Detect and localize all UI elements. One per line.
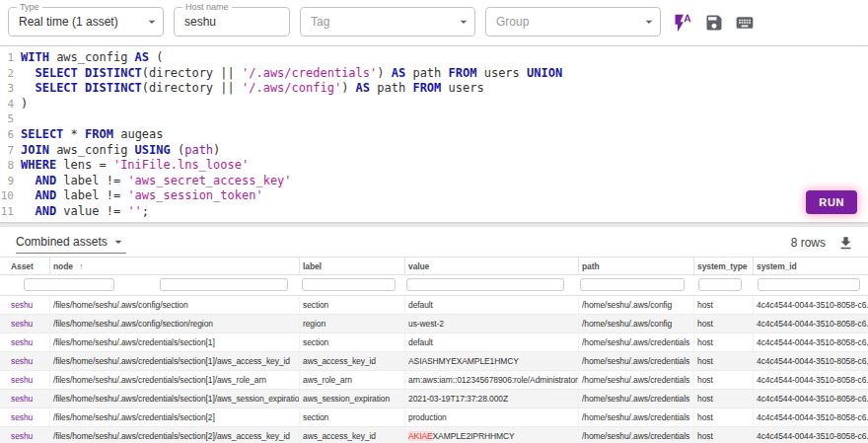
column-label: label xyxy=(303,261,322,271)
cell-asset[interactable]: seshu xyxy=(8,408,49,426)
sql-editor[interactable]: 1WITH aws_config AS (2 SELECT DISTINCT(d… xyxy=(0,46,868,222)
cell-system_id: 4c4c4544-0044-3510-8058-c6... xyxy=(753,390,868,407)
cell-value: arn:aws:iam::012345678906:role/Administr… xyxy=(404,371,578,389)
chevron-down-icon xyxy=(456,14,471,30)
column-header-node[interactable]: node↑ xyxy=(49,258,299,274)
host-name-field[interactable]: Host name seshu xyxy=(174,7,290,37)
cell-value: 2021-03-19T17:37:28.000Z xyxy=(404,390,578,407)
column-label: node xyxy=(53,261,73,271)
table-row[interactable]: seshu/files/home/seshu/.aws/credentials/… xyxy=(0,390,868,408)
code-text: JOIN aws_config USING (path) xyxy=(21,143,220,159)
cell-label: region xyxy=(299,315,404,332)
cell-node: /files/home/seshu/.aws/credentials/secti… xyxy=(49,390,299,407)
sort-asc-icon: ↑ xyxy=(79,261,83,271)
table-row[interactable]: seshu/files/home/seshu/.aws/credentials/… xyxy=(0,371,868,390)
table-row[interactable]: seshu/files/home/seshu/.aws/credentials/… xyxy=(0,427,868,443)
code-line: 10 AND label != 'aws_session_token' xyxy=(0,188,868,204)
line-number: 8 xyxy=(0,158,21,174)
cell-asset[interactable]: seshu xyxy=(8,296,49,314)
code-text: WITH aws_config AS ( xyxy=(21,50,164,66)
cell-asset[interactable]: seshu xyxy=(8,427,49,443)
chevron-down-icon xyxy=(110,234,126,250)
host-name-label: Host name xyxy=(182,2,232,12)
type-select-value: Real time (1 asset) xyxy=(9,8,163,36)
column-header-path[interactable]: path xyxy=(578,258,693,274)
filter-input-label[interactable] xyxy=(302,278,396,291)
tag-select[interactable]: Tag xyxy=(300,7,475,37)
cell-label: aws_access_key_id xyxy=(299,427,404,443)
line-number: 7 xyxy=(0,143,21,159)
column-header-asset[interactable]: Asset xyxy=(8,258,49,274)
table-row[interactable]: seshu/files/home/seshu/.aws/config/secti… xyxy=(0,296,868,315)
download-icon[interactable] xyxy=(837,235,854,252)
line-number: 2 xyxy=(0,66,21,82)
type-select[interactable]: Type Real time (1 asset) xyxy=(8,7,164,37)
code-line: 9 AND label != 'aws_secret_access_key' xyxy=(0,174,868,189)
run-button[interactable]: RUN xyxy=(806,190,857,214)
column-header-system_type[interactable]: system_type xyxy=(693,258,753,274)
filter-input-node[interactable] xyxy=(160,278,288,291)
code-text: AND label != 'aws_session_token' xyxy=(21,188,263,204)
code-line: 6SELECT * FROM augeas xyxy=(0,127,868,143)
group-select[interactable]: Group xyxy=(485,7,661,37)
table-row[interactable]: seshu/files/home/seshu/.aws/credentials/… xyxy=(0,408,868,427)
line-number: 6 xyxy=(0,127,21,143)
group-select-placeholder: Group xyxy=(486,8,660,36)
cell-asset[interactable]: seshu xyxy=(8,333,49,351)
code-line: 11 AND value != ''; xyxy=(0,204,868,220)
cell-value: AKIAEXAMPLE2IPRHHMCY xyxy=(404,427,578,443)
column-label: system_id xyxy=(757,261,797,271)
column-header-value[interactable]: value xyxy=(404,258,578,274)
chevron-down-icon xyxy=(144,14,160,30)
filter-input-asset[interactable] xyxy=(24,278,114,291)
cell-asset[interactable]: seshu xyxy=(8,315,49,332)
cell-asset[interactable]: seshu xyxy=(8,390,49,407)
cell-asset[interactable]: seshu xyxy=(8,352,49,370)
cell-path: /home/seshu/.aws/credentials xyxy=(578,371,693,389)
table-row[interactable]: seshu/files/home/seshu/.aws/credentials/… xyxy=(0,333,868,352)
cell-system_type: host xyxy=(693,315,753,332)
rows-info: 8 rows xyxy=(791,235,854,252)
chevron-down-icon xyxy=(641,14,657,30)
table-header-row: Assetnode↑labelvaluepathsystem_typesyste… xyxy=(0,257,868,275)
cell-system_type: host xyxy=(693,390,753,407)
filter-input-value[interactable] xyxy=(406,278,564,291)
line-number: 4 xyxy=(0,97,21,112)
cell-value: production xyxy=(404,408,578,426)
code-line: 1WITH aws_config AS ( xyxy=(0,50,868,66)
line-number: 10 xyxy=(0,188,21,204)
column-header-label[interactable]: label xyxy=(299,258,404,274)
cell-path: /home/seshu/.aws/config xyxy=(578,296,693,314)
filter-input-system_id[interactable] xyxy=(758,278,860,291)
result-source-label: Combined assets xyxy=(16,235,108,249)
cell-value: ASIASHMYEXAMPLE1HMCY xyxy=(404,352,578,370)
results-panel: Combined assets 8 rows Assetnode↑labelva… xyxy=(0,227,868,443)
column-header-system_id[interactable]: system_id xyxy=(753,258,868,274)
keyboard-icon[interactable] xyxy=(735,13,755,33)
cell-path: /home/seshu/.aws/credentials xyxy=(578,427,693,443)
query-toolbar: Type Real time (1 asset) Host name seshu… xyxy=(0,0,868,45)
save-icon[interactable] xyxy=(704,13,724,33)
table-row[interactable]: seshu/files/home/seshu/.aws/config/secti… xyxy=(0,315,868,333)
filter-input-system_type[interactable] xyxy=(698,278,742,291)
cell-node: /files/home/seshu/.aws/credentials/secti… xyxy=(49,371,299,389)
result-source-select[interactable]: Combined assets xyxy=(16,232,126,254)
table-body: seshu/files/home/seshu/.aws/config/secti… xyxy=(0,296,868,443)
cell-system_type: host xyxy=(693,427,753,443)
code-text: SELECT * FROM augeas xyxy=(21,127,164,143)
cell-path: /home/seshu/.aws/config xyxy=(578,315,693,332)
cell-label: section xyxy=(299,408,404,426)
cell-value: us-west-2 xyxy=(404,315,578,332)
cell-node: /files/home/seshu/.aws/config/section/re… xyxy=(49,315,299,332)
cell-asset[interactable]: seshu xyxy=(8,371,49,389)
cell-node: /files/home/seshu/.aws/credentials/secti… xyxy=(49,427,299,443)
filter-input-path[interactable] xyxy=(580,278,685,291)
table-row[interactable]: seshu/files/home/seshu/.aws/credentials/… xyxy=(0,352,868,371)
cell-path: /home/seshu/.aws/credentials xyxy=(578,352,693,370)
cell-system_type: host xyxy=(693,333,753,351)
cell-system_id: 4c4c4544-0044-3510-8058-c6... xyxy=(753,352,868,370)
code-line: 2 SELECT DISTINCT(directory || '/.aws/cr… xyxy=(0,66,868,82)
cell-label: aws_role_arn xyxy=(299,371,404,389)
flash-auto-icon[interactable] xyxy=(673,13,692,33)
cell-system_id: 4c4c4544-0044-3510-8058-c6... xyxy=(753,315,868,332)
